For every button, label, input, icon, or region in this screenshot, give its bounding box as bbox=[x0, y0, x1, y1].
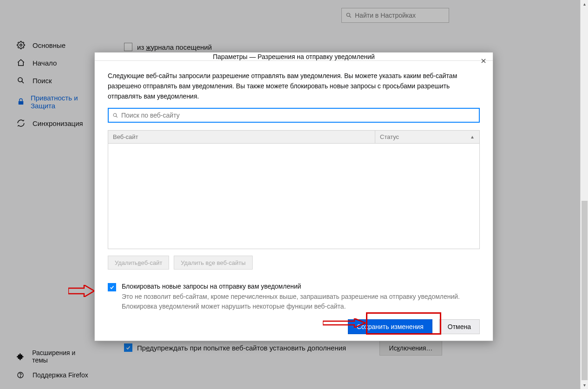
sites-table: Веб-сайт Статус ▲ bbox=[108, 130, 480, 249]
block-new-requests-description: Это не позволит веб-сайтам, кроме перечи… bbox=[122, 292, 480, 311]
notifications-permissions-dialog: Параметры — Разрешения на отправку уведо… bbox=[94, 52, 493, 341]
sort-asc-icon: ▲ bbox=[470, 134, 475, 139]
block-new-requests-checkbox[interactable] bbox=[108, 283, 116, 291]
svg-point-0 bbox=[20, 44, 22, 46]
dialog-close-button[interactable] bbox=[477, 54, 490, 67]
settings-sidebar: Основные Начало Поиск Приватность и Защи… bbox=[0, 0, 100, 389]
svg-point-5 bbox=[20, 376, 20, 377]
scrollbar-thumb[interactable] bbox=[581, 201, 588, 380]
lock-icon bbox=[17, 98, 25, 106]
history-checkbox-row[interactable]: из журнала посещений bbox=[124, 43, 212, 51]
dialog-title: Параметры — Разрешения на отправку уведо… bbox=[213, 53, 375, 60]
settings-search[interactable] bbox=[341, 8, 449, 23]
history-checkbox-label: из журнала посещений bbox=[137, 43, 212, 51]
dialog-title-bar: Параметры — Разрешения на отправку уведо… bbox=[95, 53, 493, 61]
svg-point-6 bbox=[346, 13, 350, 16]
remove-site-button[interactable]: Удалить веб-сайт bbox=[108, 256, 169, 270]
dialog-search-input[interactable] bbox=[121, 112, 475, 119]
help-icon bbox=[17, 371, 27, 379]
sidebar-item-label: Расширения и темы bbox=[32, 349, 91, 364]
sidebar-item-label: Синхронизация bbox=[33, 119, 83, 127]
search-icon bbox=[17, 76, 27, 85]
svg-point-10 bbox=[113, 113, 117, 117]
svg-line-11 bbox=[116, 116, 118, 118]
page-scrollbar[interactable]: ▴ ▾ bbox=[580, 0, 588, 389]
svg-line-7 bbox=[349, 16, 351, 17]
svg-point-1 bbox=[18, 78, 22, 82]
exceptions-button[interactable]: Исключения… bbox=[379, 341, 442, 356]
warn-addons-label: Предупреждать при попытке веб-сайтов уст… bbox=[137, 344, 346, 352]
block-new-requests-row: Блокировать новые запросы на отправку ва… bbox=[108, 283, 480, 311]
block-new-requests-label: Блокировать новые запросы на отправку ва… bbox=[122, 283, 480, 290]
scrollbar-up-icon[interactable]: ▴ bbox=[581, 0, 588, 8]
sidebar-item-general[interactable]: Основные bbox=[0, 36, 100, 54]
gear-icon bbox=[17, 41, 27, 49]
column-header-site[interactable]: Веб-сайт bbox=[108, 131, 375, 143]
sidebar-item-label: Основные bbox=[33, 41, 65, 49]
sidebar-item-sync[interactable]: Синхронизация bbox=[0, 114, 100, 132]
sidebar-item-label: Приватность и Защита bbox=[31, 94, 91, 110]
search-icon bbox=[112, 112, 118, 119]
remove-all-sites-button[interactable]: Удалить все веб-сайты bbox=[174, 256, 252, 270]
save-changes-button[interactable]: Сохранить изменения bbox=[348, 319, 432, 334]
cancel-button[interactable]: Отмена bbox=[439, 319, 480, 334]
home-icon bbox=[17, 59, 27, 67]
sidebar-item-label: Поиск bbox=[33, 77, 52, 85]
sidebar-item-label: Начало bbox=[33, 59, 57, 67]
sidebar-item-search[interactable]: Поиск bbox=[0, 72, 100, 89]
warn-addons-row[interactable]: Предупреждать при попытке веб-сайтов уст… bbox=[124, 343, 346, 352]
checkbox-checked[interactable] bbox=[124, 343, 132, 352]
svg-rect-3 bbox=[19, 101, 24, 105]
sites-table-header: Веб-сайт Статус ▲ bbox=[108, 131, 479, 144]
sidebar-item-home[interactable]: Начало bbox=[0, 54, 100, 72]
dialog-search[interactable] bbox=[108, 108, 480, 123]
sync-icon bbox=[17, 119, 27, 127]
puzzle-icon bbox=[17, 353, 26, 360]
checkbox-unchecked[interactable] bbox=[124, 43, 132, 51]
sidebar-item-privacy[interactable]: Приватность и Защита bbox=[0, 89, 100, 114]
column-header-status[interactable]: Статус ▲ bbox=[375, 133, 479, 140]
settings-search-input[interactable] bbox=[355, 12, 445, 19]
sidebar-item-support[interactable]: Поддержка Firefox bbox=[0, 368, 100, 382]
svg-line-2 bbox=[22, 81, 24, 83]
scrollbar-down-icon[interactable]: ▾ bbox=[581, 381, 588, 389]
sidebar-item-extensions[interactable]: Расширения и темы bbox=[0, 345, 100, 368]
sidebar-item-label: Поддержка Firefox bbox=[33, 371, 88, 379]
dialog-description: Следующие веб-сайты запросили разрешение… bbox=[108, 71, 480, 101]
search-icon bbox=[346, 12, 352, 19]
